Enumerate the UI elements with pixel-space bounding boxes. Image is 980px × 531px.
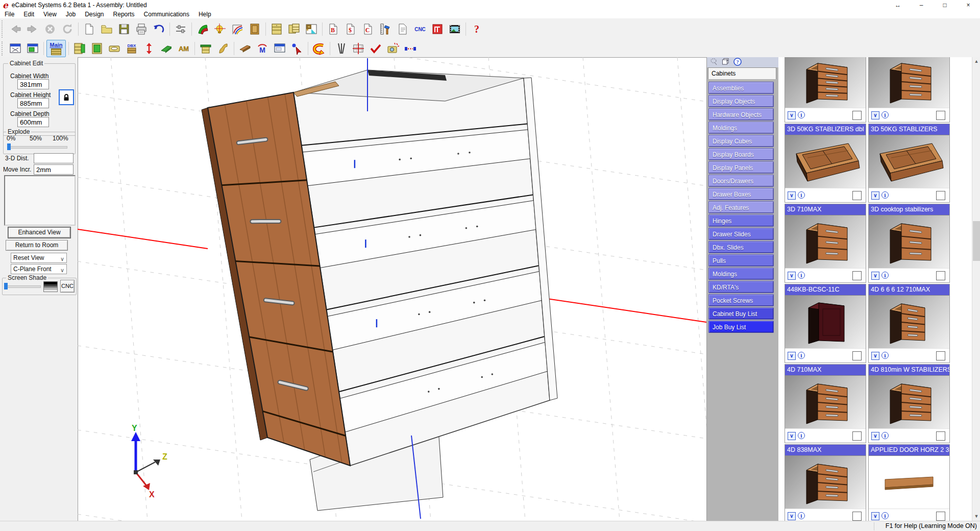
select-checkbox[interactable] xyxy=(936,271,945,280)
category-dbx-slides[interactable]: Dbx. Slides xyxy=(708,241,774,253)
verify-check-icon[interactable] xyxy=(368,40,384,57)
category-display-boards[interactable]: Display Boards xyxy=(708,148,774,160)
category-kd-rta-s[interactable]: KD/RTA's xyxy=(708,281,774,293)
select-checkbox[interactable] xyxy=(852,431,862,441)
table-editor-icon[interactable] xyxy=(198,40,214,57)
catalog-card[interactable]: ∨i xyxy=(868,57,950,123)
info-icon[interactable]: i xyxy=(798,352,805,359)
category-drawer-boxes[interactable]: Drawer Boxes xyxy=(708,188,774,200)
menu-design[interactable]: Design xyxy=(80,11,108,18)
category-drawer-slides[interactable]: Drawer Slides xyxy=(708,228,774,240)
category-pocket-screws[interactable]: Pocket Screws xyxy=(708,294,774,306)
screen-shade-track[interactable] xyxy=(4,285,41,288)
menu-reports[interactable]: Reports xyxy=(109,11,139,18)
machining-icon[interactable]: M xyxy=(254,40,271,57)
category-hinges[interactable]: Hinges xyxy=(708,214,774,227)
screen-shade-thumb[interactable] xyxy=(4,283,8,289)
info-icon[interactable]: i xyxy=(881,272,889,279)
category-assemblies[interactable]: Assemblies xyxy=(708,82,774,94)
info-icon[interactable]: i xyxy=(798,432,805,439)
category-job-buy-list[interactable]: Job Buy List xyxy=(708,321,774,333)
green-board-icon[interactable] xyxy=(158,40,175,57)
menu-view[interactable]: View xyxy=(39,11,61,18)
apply-check-icon[interactable]: ∨ xyxy=(871,432,879,440)
category-cabinet-buy-list[interactable]: Cabinet Buy List xyxy=(708,307,774,320)
catalog-card[interactable]: 4D 710MAX∨i xyxy=(785,364,866,443)
apply-check-icon[interactable]: ∨ xyxy=(788,272,796,280)
cnc-button[interactable]: CNC xyxy=(60,280,75,293)
explode-slider-track[interactable] xyxy=(7,146,67,149)
apply-check-icon[interactable]: ∨ xyxy=(871,512,879,520)
select-checkbox[interactable] xyxy=(852,271,862,280)
section-marks-icon[interactable] xyxy=(333,40,349,57)
cabinet-depth-input[interactable] xyxy=(17,117,49,127)
apply-check-icon[interactable]: ∨ xyxy=(788,512,796,520)
catalog-card[interactable]: ∨i xyxy=(785,57,866,123)
move-incr-input[interactable] xyxy=(34,164,74,175)
measure-tools-icon[interactable] xyxy=(377,21,394,37)
menu-edit[interactable]: Edit xyxy=(19,11,39,18)
apply-check-icon[interactable]: ∨ xyxy=(871,272,879,280)
light-fixture-icon[interactable] xyxy=(212,21,228,37)
ecabinet-link-icon[interactable] xyxy=(311,40,327,57)
select-checkbox[interactable] xyxy=(852,191,862,200)
apply-check-icon[interactable]: ∨ xyxy=(788,191,796,200)
info-icon[interactable]: i xyxy=(798,191,805,199)
catalog-scrollbar[interactable]: ▲ ▼ xyxy=(972,57,980,521)
bid-report-icon[interactable]: B xyxy=(325,21,341,37)
catalog-card[interactable]: APPLIED DOOR HORZ 2 3 4∨i xyxy=(868,444,950,521)
info-icon[interactable]: i xyxy=(798,111,805,118)
save-file-icon[interactable] xyxy=(116,21,132,37)
cabinet-editor-icon[interactable] xyxy=(268,21,285,37)
select-checkbox[interactable] xyxy=(936,191,945,200)
room-editor-icon[interactable] xyxy=(303,21,320,37)
nav-forward-icon[interactable] xyxy=(24,21,41,37)
print-icon[interactable] xyxy=(133,21,150,37)
nav-cancel-icon[interactable] xyxy=(42,21,58,37)
carving-editor-icon[interactable] xyxy=(215,40,231,57)
apply-check-icon[interactable]: ∨ xyxy=(788,352,796,360)
category-display-panels[interactable]: Display Panels xyxy=(708,161,774,174)
catalog-card[interactable]: 4D 838MAX∨i xyxy=(785,444,866,521)
catalog-card[interactable]: 3D 710MAX∨i xyxy=(785,204,866,283)
3d-viewport[interactable]: YZX xyxy=(78,57,706,521)
nav-refresh-icon[interactable] xyxy=(59,21,76,37)
door-editor-icon[interactable] xyxy=(247,21,263,37)
panel-help-icon[interactable]: ? xyxy=(733,58,742,67)
minimize-button[interactable]: – xyxy=(910,0,933,10)
category-doors-drawers[interactable]: Doors/Drawers xyxy=(708,175,774,187)
catalog-card[interactable]: 3D 50KG STABLIZERS∨i xyxy=(868,124,950,203)
enhanced-view-button[interactable]: Enhanced View xyxy=(8,227,70,238)
job-tools-icon[interactable] xyxy=(429,21,446,37)
cnc-output-icon[interactable]: CNC xyxy=(412,21,428,37)
display-settings-icon[interactable] xyxy=(173,21,189,37)
height-adjust-icon[interactable] xyxy=(141,40,157,57)
explode-slider-thumb[interactable] xyxy=(7,143,11,150)
grid-snap-icon[interactable] xyxy=(350,40,366,57)
new-file-icon[interactable] xyxy=(81,21,97,37)
resize-window-button[interactable]: ↔ xyxy=(886,0,910,10)
info-icon[interactable]: i xyxy=(798,272,805,279)
select-checkbox[interactable] xyxy=(936,351,945,360)
tab-cabinets[interactable]: Cabinets xyxy=(708,67,776,79)
presentation-icon[interactable] xyxy=(447,21,463,37)
lock-proportions-button[interactable] xyxy=(59,89,74,105)
menu-communications[interactable]: Communications xyxy=(139,11,194,18)
apply-check-icon[interactable]: ∨ xyxy=(871,111,879,119)
drawer-tray-icon[interactable] xyxy=(106,40,122,57)
measure-strip-icon[interactable] xyxy=(402,40,419,57)
assembly-manager-icon[interactable]: AM xyxy=(176,40,192,57)
point-select-icon[interactable] xyxy=(289,40,305,57)
material-ribbon-icon[interactable] xyxy=(194,21,211,37)
undo-icon[interactable] xyxy=(151,21,167,37)
catalog-card[interactable]: 4D 6 6 6 12 710MAX∨i xyxy=(868,284,950,363)
snapshot-icon[interactable] xyxy=(385,40,401,57)
select-checkbox[interactable] xyxy=(852,351,862,360)
select-checkbox[interactable] xyxy=(852,512,862,521)
3d-dist-input[interactable] xyxy=(34,153,74,163)
menu-help[interactable]: Help xyxy=(194,11,216,18)
menu-file[interactable]: File xyxy=(0,11,19,18)
select-checkbox[interactable] xyxy=(936,431,945,441)
main-view-button[interactable]: Main xyxy=(46,40,66,57)
apply-check-icon[interactable]: ∨ xyxy=(788,432,796,440)
